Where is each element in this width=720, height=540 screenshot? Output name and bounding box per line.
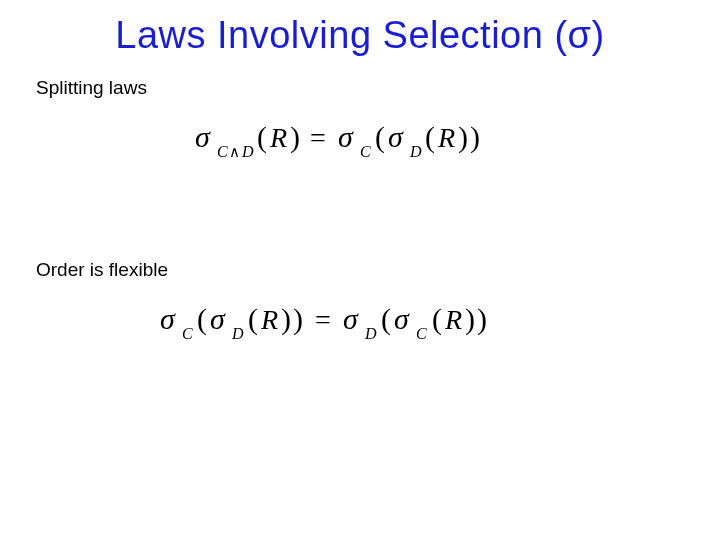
svg-text:σ: σ: [388, 120, 404, 153]
svg-text:(: (: [432, 302, 442, 336]
svg-text:=: =: [310, 122, 326, 153]
svg-text:(: (: [197, 302, 207, 336]
svg-text:σ: σ: [160, 302, 176, 335]
svg-text:C: C: [416, 325, 427, 342]
svg-text:σ: σ: [210, 302, 226, 335]
svg-text:): ): [465, 302, 475, 336]
page-title: Laws Involving Selection (σ): [0, 0, 720, 57]
formula-splitting: σ C ∧ D ( R ) = σ C ( σ D ( R ) ): [0, 117, 720, 169]
svg-text:(: (: [381, 302, 391, 336]
svg-text:σ: σ: [195, 120, 211, 153]
svg-text:): ): [293, 302, 303, 336]
svg-text:(: (: [257, 120, 267, 154]
svg-text:): ): [281, 302, 291, 336]
svg-text:R: R: [437, 122, 455, 153]
svg-text:σ: σ: [343, 302, 359, 335]
svg-text:(: (: [425, 120, 435, 154]
svg-text:C: C: [360, 143, 371, 160]
svg-text:R: R: [260, 304, 278, 335]
svg-text:=: =: [315, 304, 331, 335]
svg-text:(: (: [248, 302, 258, 336]
svg-text:R: R: [444, 304, 462, 335]
svg-text:): ): [458, 120, 468, 154]
svg-text:σ: σ: [338, 120, 354, 153]
svg-text:∧: ∧: [229, 144, 240, 160]
svg-text:R: R: [269, 122, 287, 153]
section-label-splitting: Splitting laws: [36, 77, 720, 99]
svg-text:D: D: [241, 143, 254, 160]
svg-text:): ): [470, 120, 480, 154]
formula-order: σ C ( σ D ( R ) ) = σ D ( σ C ( R ) ): [0, 299, 720, 351]
svg-text:C: C: [182, 325, 193, 342]
svg-text:): ): [290, 120, 300, 154]
svg-text:(: (: [375, 120, 385, 154]
svg-text:): ): [477, 302, 487, 336]
svg-text:D: D: [364, 325, 377, 342]
section-label-order: Order is flexible: [36, 259, 720, 281]
svg-text:C: C: [217, 143, 228, 160]
svg-text:D: D: [409, 143, 422, 160]
svg-text:D: D: [231, 325, 244, 342]
svg-text:σ: σ: [394, 302, 410, 335]
